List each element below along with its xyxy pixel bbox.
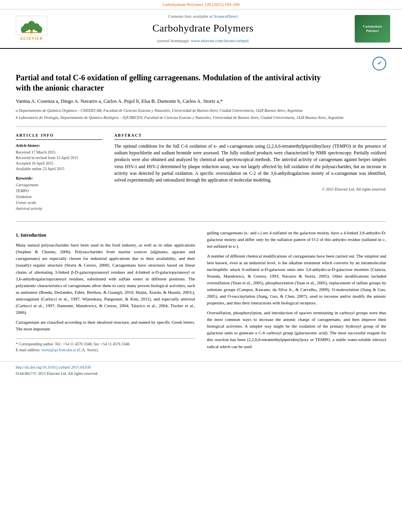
- keyword-2: TEMPO: [16, 188, 102, 194]
- info-abstract-section: ARTICLE INFO Article history: Received 1…: [16, 133, 386, 215]
- doi-link[interactable]: http://dx.doi.org/10.1016/j.carbpol.2015…: [16, 365, 386, 370]
- corresponding-author: * Corresponding author. Tel.: +54 11 457…: [16, 341, 195, 347]
- article-info-label: ARTICLE INFO: [16, 133, 102, 140]
- svg-point-5: [37, 26, 42, 33]
- keyword-3: Oxidation: [16, 194, 102, 200]
- keyword-1: Carrageenans: [16, 182, 102, 188]
- journal-ref: Carbohydrate Polymers 128 (2015) 199–206: [162, 2, 240, 7]
- history-title: Article history:: [16, 143, 102, 148]
- elsevier-emblem-box: [16, 16, 47, 35]
- crossmark-badge[interactable]: ✓: [372, 57, 386, 70]
- abstract-col: ABSTRACT The optimal conditions for the …: [114, 133, 386, 215]
- elsevier-text: ELSEVIER: [20, 35, 43, 41]
- body-col-right: gelling carrageenans (κ- and ι-) are 4-s…: [207, 230, 386, 353]
- journal-title: Carbohydrate Polymers: [51, 21, 355, 35]
- abstract-text: The optimal conditions for the full C-6 …: [114, 143, 386, 184]
- keyword-4: Uronic acids: [16, 200, 102, 206]
- keywords-list: Carrageenans TEMPO Oxidation Uronic acid…: [16, 182, 102, 211]
- footer-bar: http://dx.doi.org/10.1016/j.carbpol.2015…: [0, 361, 402, 380]
- journal-reference-bar: Carbohydrate Polymers 128 (2015) 199–206: [0, 0, 402, 9]
- body-col-left: 1. Introduction Many natural polysacchar…: [16, 230, 195, 353]
- authors-line: Vanina A. Cosenza a, Diego A. Navarro a,…: [16, 98, 386, 105]
- divider-2: [16, 221, 386, 222]
- affiliation-a: a Departamento de Química Orgánica – CIH…: [16, 108, 386, 113]
- sciencedirect-link[interactable]: ScienceDirect: [214, 14, 238, 19]
- elsevier-logo: ELSEVIER: [12, 16, 51, 41]
- journal-center-header: Contents lists available at ScienceDirec…: [51, 13, 355, 44]
- keywords-title: Keywords:: [16, 176, 102, 181]
- journal-header: ELSEVIER Contents lists available at Sci…: [0, 9, 402, 48]
- homepage-url[interactable]: www.elsevier.com/locate/carbpol: [191, 38, 249, 43]
- body-section: 1. Introduction Many natural polysacchar…: [16, 230, 386, 353]
- keywords-group: Keywords: Carrageenans TEMPO Oxidation U…: [16, 176, 102, 211]
- keyword-5: Antiviral activity: [16, 206, 102, 211]
- email-line: E-mail address: stortz@qo.fcen.uba.ar (C…: [16, 347, 195, 353]
- body-p5: Oversulfation, phosphorylation, and intr…: [207, 310, 386, 350]
- body-p3: gelling carrageenans (κ- and ι-) are 4-s…: [207, 230, 386, 250]
- contents-line: Contents lists available at ScienceDirec…: [51, 13, 355, 19]
- abstract-label: ABSTRACT: [114, 133, 386, 140]
- received-date: Received 17 March 2015: [16, 150, 102, 155]
- elsevier-tree-svg: [18, 17, 45, 35]
- copyright: © 2015 Elsevier Ltd. All rights reserved…: [114, 187, 386, 192]
- article-history-group: Article history: Received 17 March 2015 …: [16, 143, 102, 172]
- divider: [16, 126, 386, 127]
- svg-point-4: [21, 26, 26, 33]
- article-container: ✓ Partial and total C-6 oxidation of gel…: [0, 49, 402, 361]
- accepted-date: Accepted 16 April 2015: [16, 161, 102, 166]
- homepage-line: journal homepage: www.elsevier.com/locat…: [51, 38, 355, 44]
- email-link[interactable]: stortz@qo.fcen.uba.ar: [41, 348, 76, 352]
- received-revised-date: Received in revised form 15 April 2015: [16, 155, 102, 161]
- article-info-col: ARTICLE INFO Article history: Received 1…: [16, 133, 102, 215]
- body-p1: Many natural polysaccharides have been u…: [16, 242, 195, 316]
- available-date: Available online 23 April 2015: [16, 166, 102, 172]
- footnote-area: * Corresponding author. Tel.: +54 11 457…: [16, 338, 195, 353]
- issn-line: 0144-8617/© 2015 Elsevier Ltd. All right…: [16, 371, 386, 376]
- body-p2: Carrageenans are classified according to…: [16, 319, 195, 332]
- intro-heading: 1. Introduction: [16, 232, 195, 239]
- article-title: Partial and total C-6 oxidation of gelli…: [16, 72, 331, 93]
- journal-logo-right: CarbohydratePolymers: [355, 15, 390, 43]
- crossmark-row: ✓: [16, 57, 386, 70]
- affiliation-b: b Laboratorio de Virología, Departamento…: [16, 115, 386, 120]
- body-p4: A number of different chemical modificat…: [207, 253, 386, 306]
